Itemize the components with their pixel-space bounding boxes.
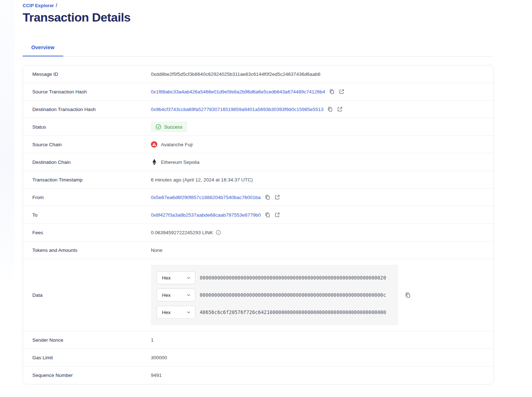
fees-value: 0.06394592722245293 LINK [151,230,213,235]
chevron-down-icon [186,310,191,314]
row-label: Destination Transaction Hash [23,107,151,112]
timestamp-value: 6 minutes ago (April 12, 2024 at 16:34:3… [151,177,253,183]
hex-data-value: 0000000000000000000000000000000000000000… [200,292,386,298]
breadcrumb-separator: / [56,3,57,8]
row-label: Source Transaction Hash [23,89,151,94]
hex-format-select[interactable]: Hex [157,288,195,301]
row-label: Fees [23,230,151,235]
dest-chain-name: Ethereum Sepolia [161,160,199,165]
hex-format-select[interactable]: Hex [157,271,195,284]
data-hex-panel: Hex 000000000000000000000000000000000000… [151,265,398,325]
row-data: Data Hex 0000000000000000000000000000000… [23,259,494,331]
row-status: Status Success [23,118,494,136]
row-source-chain: Source Chain Avalanche Fuji [23,136,494,153]
hex-data-value: 0000000000000000000000000000000000000000… [200,275,386,281]
sender-nonce-value: 1 [151,337,154,343]
row-label: Message ID [23,71,151,77]
row-timestamp: Transaction Timestamp 6 minutes ago (Apr… [23,171,494,189]
chevron-down-icon [186,276,191,280]
row-label: Sender Nonce [23,337,151,343]
sequence-number-value: 9491 [151,373,162,378]
row-dest-tx-hash: Destination Transaction Hash 0x9b4cf3743… [23,101,494,118]
from-address-link[interactable]: 0x5e67ea6d6f290f857c1888204b7540bac76001… [151,195,261,200]
page-title: Transaction Details [23,10,494,24]
copy-icon[interactable] [327,106,333,112]
copy-icon[interactable] [265,194,270,200]
row-to: To 0x8f427f3a3a8b2537aabde68caab797553e8… [23,206,494,224]
row-dest-chain: Destination Chain Ethereum Sepolia [23,153,494,171]
row-label: Transaction Timestamp [23,177,151,183]
copy-data-icon[interactable] [405,292,411,298]
transaction-details-page: CCIP Explorer/ Transaction Details Overv… [23,0,494,384]
dest-chain-cell: Ethereum Sepolia [151,159,199,165]
transaction-details-card: Message ID 0xdd8be2f5f5d5cf3b8640c629240… [23,65,494,384]
hex-format-label: Hex [162,275,171,281]
check-circle-icon [156,124,161,130]
row-from: From 0x5e67ea6d6f290f857c1888204b7540bac… [23,189,494,206]
row-label: To [23,212,151,218]
dest-tx-hash-link[interactable]: 0x9b4cf3743ccba69fa5277830716519859a9401… [151,107,323,112]
external-link-icon[interactable] [337,106,343,112]
info-icon[interactable] [216,230,221,235]
breadcrumb-link-ccip-explorer[interactable]: CCIP Explorer [23,3,54,8]
row-label: Destination Chain [23,160,151,165]
source-chain-cell: Avalanche Fuji [151,141,193,148]
copy-icon[interactable] [329,89,335,94]
row-label: Source Chain [23,142,151,147]
row-source-tx-hash: Source Transaction Hash 0x1f88abc33a4ab4… [23,83,494,101]
row-label: Tokens and Amounts [23,248,151,253]
avalanche-icon [151,141,157,148]
data-line: Hex 000000000000000000000000000000000000… [157,271,393,284]
row-label: Gas Limit [23,355,151,360]
source-tx-hash-link[interactable]: 0x1f88abc33a4ab426a5466e01d9e5fe8a2b96d6… [151,89,325,94]
hex-data-value: 48656c6c6f20576f726c64210000000000000000… [200,310,386,315]
external-link-icon[interactable] [274,194,280,200]
status-badge-label: Success [164,124,182,130]
row-label: Data [23,292,151,298]
external-link-icon[interactable] [274,212,280,218]
tab-overview[interactable]: Overview [23,41,63,56]
chevron-down-icon [186,293,191,297]
gas-limit-value: 300000 [151,355,167,360]
row-label: From [23,195,151,200]
row-gas-limit: Gas Limit 300000 [23,349,494,366]
tab-bar: Overview [23,41,494,56]
tokens-value: None [151,248,162,253]
row-message-id: Message ID 0xdd8be2f5f5d5cf3b8640c629240… [23,65,494,83]
data-line: Hex 48656c6c6f20576f726c6421000000000000… [157,306,393,319]
hex-format-label: Hex [162,292,171,298]
breadcrumb: CCIP Explorer/ [23,3,494,8]
source-chain-name: Avalanche Fuji [161,142,193,147]
hex-format-select[interactable]: Hex [157,306,195,319]
left-edge-gradient [0,0,14,295]
message-id-value: 0xdd8be2f5f5d5cf3b8640c62924025b311ae83c… [151,71,320,77]
row-sequence-number: Sequence Number 9491 [23,366,494,384]
ethereum-icon [151,159,157,165]
row-label: Sequence Number [23,373,151,378]
data-line: Hex 000000000000000000000000000000000000… [157,288,393,301]
row-fees: Fees 0.06394592722245293 LINK [23,224,494,241]
copy-icon[interactable] [265,212,270,218]
status-badge: Success [151,121,187,132]
row-label: Status [23,124,151,130]
to-address-link[interactable]: 0x8f427f3a3a8b2537aabde68caab797553e8779… [151,212,261,218]
row-sender-nonce: Sender Nonce 1 [23,331,494,349]
hex-format-label: Hex [162,310,171,315]
external-link-icon[interactable] [339,89,344,94]
row-tokens: Tokens and Amounts None [23,241,494,259]
